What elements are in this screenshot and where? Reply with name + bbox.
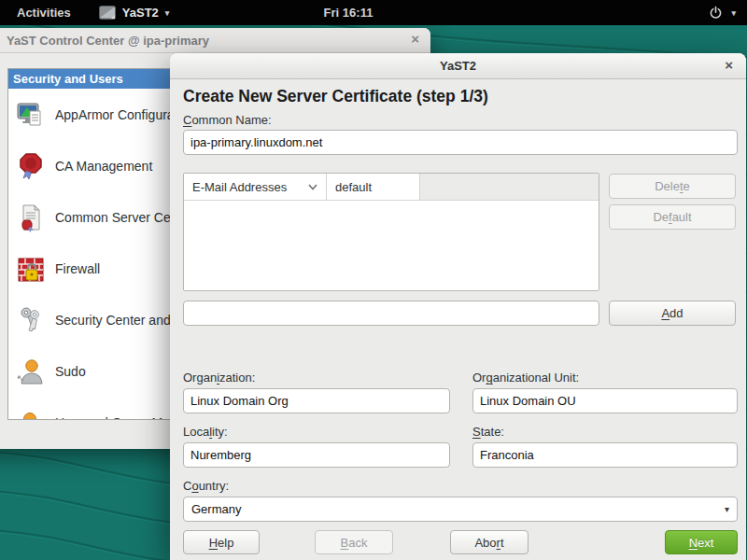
sidebar-item-apparmor[interactable]: AppArmor Configura	[8, 89, 172, 140]
default-column-header[interactable]: default	[327, 174, 420, 200]
sidebar-item-label: AppArmor Configura	[55, 107, 172, 122]
sidebar-item-ca-management[interactable]: CA Management	[8, 140, 172, 191]
organization-input[interactable]	[183, 388, 450, 413]
organizational-unit-input[interactable]	[472, 388, 738, 413]
sidebar-item-label: Security Center and	[55, 313, 171, 328]
sidebar-item-firewall[interactable]: Firewall	[8, 243, 172, 294]
apparmor-icon	[16, 100, 46, 130]
abort-button[interactable]: Abort	[450, 530, 529, 554]
email-addresses-table: E-Mail Addresses default	[183, 173, 599, 291]
country-label: Country:	[183, 479, 229, 493]
chevron-down-icon: ▾	[725, 504, 729, 514]
activities-button[interactable]: Activities	[17, 6, 71, 20]
address-type-label: E-Mail Addresses	[192, 180, 287, 194]
help-button[interactable]: Help	[183, 530, 260, 554]
locality-input[interactable]	[183, 442, 450, 468]
user-icon	[16, 408, 46, 421]
address-type-dropdown[interactable]: E-Mail Addresses	[184, 174, 327, 200]
page-title: Create New Server Certificate (step 1/3)	[183, 87, 488, 106]
firewall-icon	[16, 254, 46, 284]
delete-button[interactable]: Delete	[609, 174, 736, 199]
gnome-top-bar: Activities YaST2 ▾ Fri 16:11 ▾	[0, 0, 747, 25]
sidebar-item-label: CA Management	[55, 159, 152, 174]
app-window-icon	[99, 6, 116, 20]
window-title: YaST Control Center @ ipa-primary	[7, 34, 209, 48]
chevron-down-icon: ▾	[731, 8, 736, 18]
sidebar-item-label: User and Group M	[55, 415, 162, 421]
app-menu-title: YaST2	[122, 6, 159, 20]
window-titlebar[interactable]: YaST Control Center @ ipa-primary ×	[0, 28, 430, 53]
sidebar-item-label: Firewall	[55, 261, 100, 276]
state-label: State:	[472, 425, 504, 439]
organization-label: Organization:	[183, 371, 255, 385]
dialog-title: YaST2	[440, 59, 476, 73]
power-icon	[709, 6, 723, 20]
table-header-row: E-Mail Addresses default	[184, 174, 599, 201]
sidebar-item-label: Sudo	[55, 364, 86, 379]
new-email-input[interactable]	[183, 301, 599, 326]
sidebar-item-common-server-certificate[interactable]: Common Server Ce	[8, 191, 172, 243]
country-combobox[interactable]: Germany ▾	[183, 497, 738, 522]
app-menu-button[interactable]: YaST2 ▾	[99, 6, 170, 20]
next-button[interactable]: Next	[665, 530, 738, 554]
certificate-document-icon	[16, 203, 46, 232]
clock[interactable]: Fri 16:11	[324, 6, 374, 20]
system-menu-button[interactable]: ▾	[709, 6, 736, 20]
sidebar-item-sudo[interactable]: Sudo	[8, 345, 172, 397]
back-button[interactable]: Back	[315, 530, 393, 554]
module-list-panel: Security and Users AppArmor Configura CA…	[7, 68, 173, 420]
common-name-label: Common Name:	[183, 113, 272, 127]
keys-icon	[16, 305, 46, 335]
chevron-down-icon: ▾	[165, 8, 170, 18]
sidebar-group-security-and-users[interactable]: Security and Users	[8, 69, 172, 89]
default-button[interactable]: Default	[609, 204, 736, 230]
sidebar-item-user-and-group[interactable]: User and Group M	[8, 397, 172, 420]
close-icon[interactable]: ×	[411, 31, 419, 47]
country-selected-value: Germany	[191, 502, 241, 516]
chevron-down-icon	[308, 184, 317, 190]
state-input[interactable]	[472, 442, 738, 468]
locality-label: Locality:	[183, 425, 228, 439]
add-button[interactable]: Add	[609, 301, 736, 326]
sudo-user-icon	[16, 357, 46, 386]
dialog-titlebar[interactable]: YaST2 ×	[170, 53, 746, 79]
common-name-input[interactable]	[183, 130, 738, 155]
organizational-unit-label: Organizational Unit:	[472, 371, 579, 385]
sidebar-item-security-center[interactable]: Security Center and	[8, 294, 172, 345]
sidebar-item-label: Common Server Ce	[55, 210, 171, 225]
ca-seal-icon	[16, 151, 46, 181]
close-icon[interactable]: ×	[725, 57, 733, 73]
email-addresses-list[interactable]	[184, 201, 599, 291]
yast2-dialog: YaST2 × Create New Server Certificate (s…	[170, 53, 746, 560]
